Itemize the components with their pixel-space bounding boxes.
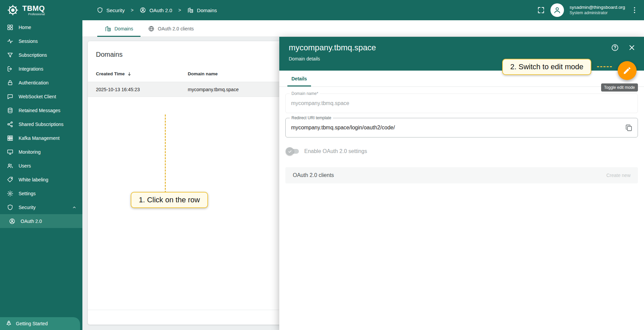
annotation-step2: 2. Switch to edit mode: [502, 59, 591, 75]
copy-icon-button[interactable]: [625, 124, 633, 132]
domain-icon: [105, 25, 111, 32]
annotation-connector-dashes: [597, 66, 612, 67]
create-new-button: Create new: [606, 173, 630, 178]
sidebar-item-settings[interactable]: Settings: [0, 186, 82, 200]
tab-label: Domains: [114, 26, 133, 31]
panel-title: mycompany.tbmq.space: [289, 43, 635, 52]
panel-actions: [611, 44, 636, 52]
domain-name-field: Domain name*: [285, 94, 638, 113]
sidebar-item-oauth[interactable]: OAuth 2.0: [0, 214, 82, 228]
annotation-step1: 1. Click on the row: [131, 192, 208, 208]
sidebar-item-authentication[interactable]: Authentication: [0, 76, 82, 90]
breadcrumb-separator: >: [178, 7, 181, 13]
sidebar-item-kafka-management[interactable]: Kafka Management: [0, 131, 82, 145]
sidebar-item-subscriptions[interactable]: Subscriptions: [0, 48, 82, 62]
tbmq-logo-icon: [7, 4, 19, 16]
app-name: TBMQ: [22, 5, 45, 12]
breadcrumb-security[interactable]: Security: [97, 7, 125, 14]
sidebar-item-label: Integrations: [19, 66, 43, 72]
tab-domains[interactable]: Domains: [97, 20, 140, 37]
database-icon: [7, 107, 14, 114]
user-circle-icon: [139, 7, 146, 14]
getting-started-button[interactable]: Getting Started: [0, 317, 80, 330]
sidebar-item-home[interactable]: Home: [0, 20, 82, 34]
lock-icon: [7, 79, 14, 86]
breadcrumb-label: OAuth 2.0: [149, 7, 172, 13]
app-logo[interactable]: TBMQ Professional: [0, 4, 82, 16]
tab-oauth-clients[interactable]: OAuth 2.0 clients: [140, 20, 201, 37]
sidebar-item-label: Kafka Management: [19, 135, 59, 141]
breadcrumb-domains[interactable]: Domains: [187, 7, 217, 14]
toggle-label: Enable OAuth 2.0 settings: [304, 148, 367, 154]
sidebar-item-label: White labeling: [19, 177, 48, 182]
sidebar-item-label: Home: [19, 25, 31, 30]
user-email: sysadmin@thingsboard.org: [569, 4, 625, 10]
chat-bubble-icon: [7, 93, 14, 100]
close-icon[interactable]: [628, 44, 636, 52]
sidebar-item-label: Shared Subscriptions: [19, 122, 63, 127]
input-icon: [7, 66, 14, 72]
sidebar: Home Sessions Subscriptions Integrations…: [0, 20, 82, 330]
monitor-icon: [7, 149, 14, 155]
top-bar-actions: sysadmin@thingsboard.org System administ…: [537, 3, 644, 17]
sidebar-item-retained-messages[interactable]: Retained Messages: [0, 103, 82, 117]
sidebar-item-security[interactable]: Security: [0, 200, 82, 214]
sidebar-item-label: Authentication: [19, 80, 49, 85]
redirect-uri-field: Redirect URI template: [285, 118, 638, 137]
sidebar-item-label: Users: [19, 163, 31, 169]
sidebar-item-label: Monitoring: [19, 149, 41, 155]
column-created-time[interactable]: Created Time: [88, 71, 188, 77]
sidebar-item-websocket-client[interactable]: WebSocket Client: [0, 90, 82, 103]
toggle-knob: [286, 147, 294, 155]
tab-details[interactable]: Details: [287, 71, 311, 86]
breadcrumb-separator: >: [131, 7, 133, 13]
sidebar-item-label: OAuth 2.0: [21, 219, 42, 224]
gear-icon: [7, 190, 14, 197]
home-grid-icon: [7, 24, 14, 31]
cell-domain-name: mycompany.tbmq.space: [188, 87, 239, 92]
column-domain-name[interactable]: Domain name: [188, 71, 218, 76]
app-root: TBMQ Professional Security > OAuth 2.0 >: [0, 0, 644, 330]
sidebar-item-label: Sessions: [19, 39, 38, 44]
domain-name-input: [286, 94, 638, 113]
redirect-uri-input[interactable]: [286, 118, 619, 137]
globe-icon: [148, 25, 155, 32]
oauth-toggle: [287, 149, 299, 154]
column-label: Created Time: [96, 71, 125, 76]
breadcrumb-label: Domains: [197, 7, 217, 13]
share-icon: [7, 121, 14, 128]
sidebar-item-sessions[interactable]: Sessions: [0, 34, 82, 48]
sidebar-item-monitoring[interactable]: Monitoring: [0, 145, 82, 159]
check-icon: [288, 149, 292, 154]
kebab-menu-icon[interactable]: [630, 6, 639, 14]
breadcrumb-label: Security: [106, 7, 125, 13]
avatar[interactable]: [550, 3, 564, 17]
edit-fab-button[interactable]: [618, 61, 637, 80]
sidebar-item-integrations[interactable]: Integrations: [0, 62, 82, 76]
sidebar-item-white-labeling[interactable]: White labeling: [0, 173, 82, 186]
help-icon[interactable]: [611, 44, 619, 52]
user-icon: [553, 6, 562, 15]
breadcrumb-oauth[interactable]: OAuth 2.0: [139, 7, 172, 14]
shield-icon: [97, 7, 103, 14]
sidebar-item-shared-subscriptions[interactable]: Shared Subscriptions: [0, 117, 82, 131]
sidebar-item-label: Security: [19, 205, 36, 210]
funnel-icon: [7, 52, 14, 58]
breadcrumb: Security > OAuth 2.0 > Domains: [97, 7, 217, 14]
oauth-clients-title: OAuth 2.0 clients: [293, 172, 334, 178]
tab-label: OAuth 2.0 clients: [158, 26, 194, 31]
pulse-icon: [7, 38, 14, 45]
oauth-toggle-row: Enable OAuth 2.0 settings: [285, 148, 638, 154]
fullscreen-icon[interactable]: [537, 6, 545, 14]
page-tabs: Domains OAuth 2.0 clients: [82, 20, 644, 37]
people-icon: [7, 162, 14, 169]
user-circle-icon: [9, 218, 16, 225]
user-role: System administrator: [569, 10, 625, 16]
top-bar: TBMQ Professional Security > OAuth 2.0 >: [0, 0, 644, 20]
panel-body: Domain name* Redirect URI template Enabl…: [279, 87, 644, 330]
sidebar-item-label: WebSocket Client: [19, 94, 56, 99]
oauth-clients-section: OAuth 2.0 clients Create new: [285, 167, 638, 183]
sidebar-item-users[interactable]: Users: [0, 159, 82, 173]
column-label: Domain name: [188, 71, 218, 76]
sort-desc-icon: [127, 71, 132, 77]
